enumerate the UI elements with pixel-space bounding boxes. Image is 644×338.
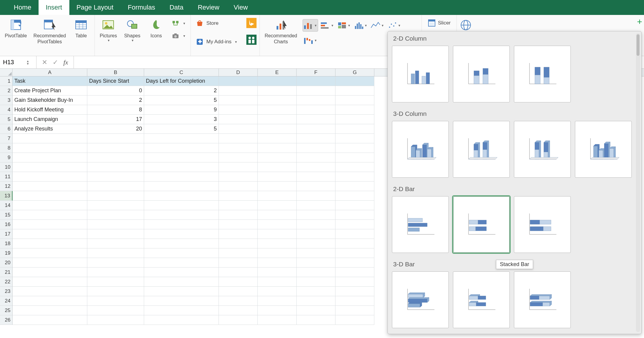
cell-F1[interactable] <box>297 76 335 86</box>
fx-icon[interactable]: fx <box>63 59 68 66</box>
cell-A6[interactable]: Analyze Results <box>13 124 87 134</box>
row-header-16[interactable]: 16 <box>0 220 13 229</box>
cell-B23[interactable] <box>87 287 144 296</box>
tab-formulas[interactable]: Formulas <box>120 0 162 15</box>
cell-C12[interactable] <box>144 182 219 191</box>
cell-B11[interactable] <box>87 172 144 182</box>
chart-tile-3-d-clustered-bar[interactable] <box>392 271 449 328</box>
row-header-10[interactable]: 10 <box>0 162 13 172</box>
recommended-charts-button[interactable]: Recommended Charts <box>263 17 299 46</box>
cell-D23[interactable] <box>219 287 258 296</box>
cell-C1[interactable]: Days Left for Completion <box>144 76 219 86</box>
cell-F5[interactable] <box>297 115 335 124</box>
cell-G21[interactable] <box>335 268 374 277</box>
cell-G12[interactable] <box>335 182 374 191</box>
chart-tile-3-d-100-stacked-column[interactable] <box>514 121 571 178</box>
cell-E17[interactable] <box>258 229 297 239</box>
cell-G6[interactable] <box>335 124 374 134</box>
row-header-5[interactable]: 5 <box>0 115 13 124</box>
cell-B17[interactable] <box>87 229 144 239</box>
cell-A10[interactable] <box>13 162 87 172</box>
cell-G9[interactable] <box>335 153 374 162</box>
row-header-19[interactable]: 19 <box>0 248 13 258</box>
cell-F25[interactable] <box>297 306 335 315</box>
cell-G25[interactable] <box>335 306 374 315</box>
cell-F12[interactable] <box>297 182 335 191</box>
cell-B15[interactable] <box>87 210 144 220</box>
cell-D13[interactable] <box>219 191 258 201</box>
row-header-25[interactable]: 25 <box>0 306 13 315</box>
cell-C11[interactable] <box>144 172 219 182</box>
screenshot-button[interactable]: ▼ <box>170 30 187 41</box>
cell-E22[interactable] <box>258 277 297 287</box>
cell-B25[interactable] <box>87 306 144 315</box>
name-box-input[interactable] <box>3 59 24 66</box>
cell-C13[interactable] <box>144 191 219 201</box>
cell-G2[interactable] <box>335 86 374 96</box>
cell-A3[interactable]: Gain Stakeholder Buy-In <box>13 96 87 105</box>
cell-B12[interactable] <box>87 182 144 191</box>
people-graph-icon[interactable] <box>246 35 257 45</box>
cell-F20[interactable] <box>297 258 335 268</box>
row-header-4[interactable]: 4 <box>0 105 13 115</box>
cell-G26[interactable] <box>335 315 374 325</box>
cell-C20[interactable] <box>144 258 219 268</box>
cell-E15[interactable] <box>258 210 297 220</box>
cell-A20[interactable] <box>13 258 87 268</box>
cell-B24[interactable] <box>87 296 144 306</box>
cell-E16[interactable] <box>258 220 297 229</box>
cell-C21[interactable] <box>144 268 219 277</box>
cell-D10[interactable] <box>219 162 258 172</box>
chart-tile-clustered-bar[interactable] <box>392 196 449 253</box>
cell-G22[interactable] <box>335 277 374 287</box>
cell-D9[interactable] <box>219 153 258 162</box>
cell-C6[interactable]: 5 <box>144 124 219 134</box>
cell-E7[interactable] <box>258 134 297 143</box>
cell-D7[interactable] <box>219 134 258 143</box>
chart-tile-3-d-100-stacked-bar[interactable] <box>514 271 571 328</box>
cell-E23[interactable] <box>258 287 297 296</box>
tab-home[interactable]: Home <box>7 0 39 15</box>
cell-E21[interactable] <box>258 268 297 277</box>
cell-G15[interactable] <box>335 210 374 220</box>
cell-A25[interactable] <box>13 306 87 315</box>
slicer-button[interactable]: Slicer <box>425 17 454 29</box>
cell-B22[interactable] <box>87 277 144 287</box>
cell-G7[interactable] <box>335 134 374 143</box>
cell-F13[interactable] <box>297 191 335 201</box>
cell-D4[interactable] <box>219 105 258 115</box>
row-header-26[interactable]: 26 <box>0 315 13 325</box>
row-header-24[interactable]: 24 <box>0 296 13 306</box>
cell-F26[interactable] <box>297 315 335 325</box>
cell-A9[interactable] <box>13 153 87 162</box>
cell-F15[interactable] <box>297 210 335 220</box>
cell-B13[interactable] <box>87 191 144 201</box>
cell-F4[interactable] <box>297 105 335 115</box>
cell-G19[interactable] <box>335 248 374 258</box>
row-header-22[interactable]: 22 <box>0 277 13 287</box>
tab-insert[interactable]: Insert <box>39 0 69 15</box>
cell-F18[interactable] <box>297 239 335 248</box>
cell-E3[interactable] <box>258 96 297 105</box>
cell-E8[interactable] <box>258 143 297 153</box>
shapes-button[interactable]: Shapes ▼ <box>122 17 143 43</box>
row-header-21[interactable]: 21 <box>0 268 13 277</box>
cell-G16[interactable] <box>335 220 374 229</box>
chart-tile-3-d-stacked-bar[interactable] <box>453 271 510 328</box>
cell-E24[interactable] <box>258 296 297 306</box>
cell-B16[interactable] <box>87 220 144 229</box>
add-icon[interactable]: + <box>637 17 642 27</box>
recommended-pivottables-button[interactable]: Recommended PivotTables <box>32 17 68 46</box>
cell-D12[interactable] <box>219 182 258 191</box>
cell-C9[interactable] <box>144 153 219 162</box>
cell-B8[interactable] <box>87 143 144 153</box>
row-header-18[interactable]: 18 <box>0 239 13 248</box>
bing-maps-icon[interactable] <box>246 18 257 28</box>
icons-button[interactable]: Icons <box>146 17 167 40</box>
cell-E26[interactable] <box>258 315 297 325</box>
cell-G10[interactable] <box>335 162 374 172</box>
row-header-8[interactable]: 8 <box>0 143 13 153</box>
cell-C5[interactable]: 3 <box>144 115 219 124</box>
scatter-chart-button[interactable]: ▼ <box>386 19 402 32</box>
cell-G20[interactable] <box>335 258 374 268</box>
